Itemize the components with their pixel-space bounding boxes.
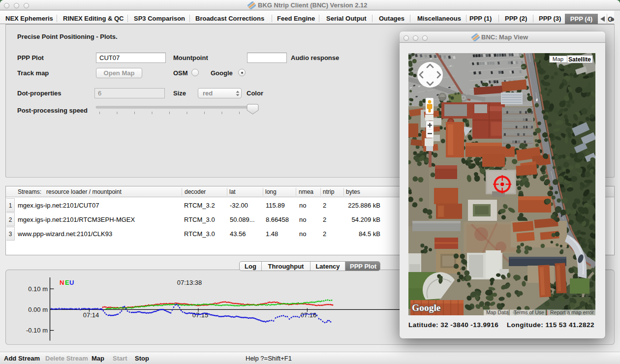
svg-text:Map Data: Map Data: [486, 309, 509, 315]
svg-text:|: |: [547, 309, 548, 315]
svg-text:E: E: [65, 279, 69, 286]
svg-text:U: U: [69, 279, 74, 286]
svg-text:07:13:38: 07:13:38: [177, 279, 202, 286]
svg-text:Terms of Use: Terms of Use: [514, 309, 544, 315]
svg-text:|: |: [507, 309, 509, 315]
svg-text:0.00 m: 0.00 m: [28, 306, 48, 313]
svg-text:-0.10 m: -0.10 m: [26, 327, 48, 334]
svg-text:N: N: [60, 279, 64, 286]
svg-text:Google: Google: [412, 303, 441, 313]
svg-text:07:14: 07:14: [83, 311, 99, 319]
svg-text:Satellite: Satellite: [568, 56, 591, 63]
svg-text:Map: Map: [553, 56, 563, 62]
svg-text:Report a map error: Report a map error: [550, 309, 594, 315]
svg-text:0.10 m: 0.10 m: [28, 285, 48, 293]
